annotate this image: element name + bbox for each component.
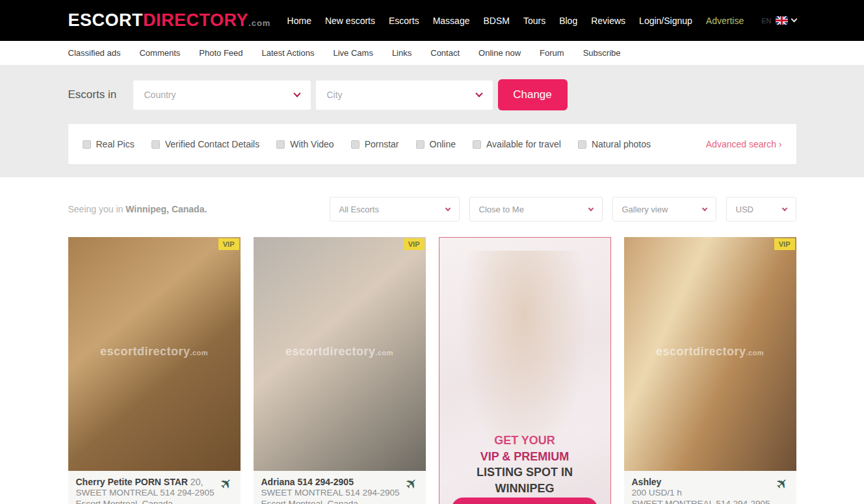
checkbox-icon[interactable] (83, 140, 91, 149)
ad-line: LISTING SPOT IN (439, 464, 610, 481)
seeing-prefix: Seeing you in (68, 204, 126, 214)
filter-label: Verified Contact Details (165, 139, 260, 149)
checkbox-icon[interactable] (351, 140, 360, 149)
checkbox-icon[interactable] (151, 140, 160, 149)
vip-badge: VIP (774, 238, 795, 250)
filter-verified-contact-details[interactable]: Verified Contact Details (151, 139, 260, 149)
uk-flag-icon (776, 16, 788, 25)
subnav-links[interactable]: Links (392, 48, 412, 58)
escort-card-grid: escortdirectory.com VIP Cherry Petite PO… (68, 237, 796, 504)
escort-type-select[interactable]: All Escorts (330, 197, 460, 221)
distance-sort-select[interactable]: Close to Me (469, 197, 603, 221)
photo-watermark: escortdirectory.com (624, 345, 796, 359)
listing-controls: Seeing you in Winnipeg, Canada. All Esco… (68, 197, 796, 221)
nav-home[interactable]: Home (287, 16, 311, 26)
vip-badge: VIP (218, 238, 239, 250)
escort-contact: SWEET MONTREAL 514 294-2905 (261, 488, 418, 499)
filter-real-pics[interactable]: Real Pics (83, 139, 135, 149)
escort-location: Escort Montreal, Canada (261, 499, 418, 504)
select-value: Gallery view (622, 205, 668, 214)
top-navigation: Home New escorts Escorts Massage BDSM To… (287, 16, 796, 26)
secondary-navigation: Classified ads Comments Photo Feed Lates… (0, 41, 864, 65)
escort-photo[interactable]: escortdirectory.com VIP (624, 237, 796, 471)
chevron-down-icon (588, 205, 593, 210)
ad-cta-button[interactable] (452, 498, 598, 504)
subnav-latest-actions[interactable]: Latest Actions (262, 48, 315, 58)
subnav-online-now[interactable]: Online now (478, 48, 521, 58)
escort-photo[interactable]: escortdirectory.com VIP (68, 237, 241, 471)
escort-contact: SWEET MONTREAL 514 294-2905 (76, 488, 233, 499)
vip-badge: VIP (404, 238, 425, 250)
nav-login-signup[interactable]: Login/Signup (639, 16, 692, 26)
chevron-down-icon (475, 90, 482, 97)
advanced-search-link[interactable]: Advanced search › (706, 139, 782, 149)
subnav-contact[interactable]: Contact (430, 48, 460, 58)
filter-label: Online (430, 139, 456, 149)
subnav-live-cams[interactable]: Live Cams (333, 48, 373, 58)
filter-natural-photos[interactable]: Natural photos (578, 139, 651, 149)
filter-label: Real Pics (96, 139, 135, 149)
chevron-down-icon (293, 90, 300, 97)
language-selector[interactable]: EN (761, 16, 796, 25)
nav-bdsm[interactable]: BDSM (483, 16, 509, 26)
nav-escorts[interactable]: Escorts (389, 16, 419, 26)
city-placeholder: City (327, 90, 343, 100)
filter-label: Available for travel (486, 139, 561, 149)
chevron-down-icon (445, 205, 450, 210)
nav-advertise[interactable]: Advertise (706, 16, 744, 26)
escort-location: Escort Montreal, Canada (76, 499, 233, 504)
header: ESCORTDIRECTORY.com Home New escorts Esc… (0, 0, 864, 41)
escort-card[interactable]: escortdirectory.com VIP Ashley 200 USD/1… (624, 237, 796, 504)
checkbox-icon[interactable] (473, 140, 481, 149)
subnav-comments[interactable]: Comments (139, 48, 180, 58)
seeing-location: Winnipeg, Canada. (125, 204, 207, 214)
filter-available-for-travel[interactable]: Available for travel (473, 139, 561, 149)
checkbox-icon[interactable] (416, 140, 425, 149)
select-value: All Escorts (339, 205, 379, 214)
filter-label: Natural photos (592, 139, 651, 149)
escort-photo[interactable]: escortdirectory.com VIP (254, 237, 426, 471)
vip-listing-ad-card[interactable]: GET YOUR VIP & PREMIUM LISTING SPOT IN W… (439, 237, 611, 504)
city-select[interactable]: City (316, 81, 493, 110)
country-placeholder: Country (144, 90, 176, 100)
escort-card[interactable]: escortdirectory.com VIP Adriana 514 294-… (254, 237, 426, 504)
escort-name: Adriana 514 294-2905 (261, 477, 418, 488)
subnav-classified-ads[interactable]: Classified ads (68, 48, 121, 58)
page: ESCORTDIRECTORY.com Home New escorts Esc… (0, 0, 864, 504)
checkbox-icon[interactable] (578, 140, 586, 149)
escort-card[interactable]: escortdirectory.com VIP Cherry Petite PO… (68, 237, 241, 504)
view-mode-select[interactable]: Gallery view (612, 197, 716, 221)
subnav-subscribe[interactable]: Subscribe (583, 48, 621, 58)
logo-part-directory: DIRECTORY (143, 10, 248, 30)
subnav-photo-feed[interactable]: Photo Feed (199, 48, 242, 58)
card-info: Ashley 200 USD/1 h SWEET MONTREAL 514 29… (624, 471, 796, 504)
nav-massage[interactable]: Massage (433, 16, 470, 26)
ad-line: WINNIPEG (439, 481, 610, 497)
language-code: EN (761, 17, 771, 25)
nav-reviews[interactable]: Reviews (591, 16, 625, 26)
filter-with-video[interactable]: With Video (276, 139, 334, 149)
chevron-down-icon (701, 205, 707, 210)
change-button[interactable]: Change (498, 79, 568, 110)
escort-name: Cherry Petite PORN STAR 20, (76, 477, 233, 488)
site-logo[interactable]: ESCORTDIRECTORY.com (68, 10, 271, 31)
search-band: Escorts in Country City Change Real Pics (0, 65, 864, 177)
currency-select[interactable]: USD (726, 197, 796, 221)
location-search-row: Escorts in Country City Change (68, 79, 796, 110)
seeing-you-in-text: Seeing you in Winnipeg, Canada. (68, 204, 207, 214)
country-select[interactable]: Country (133, 81, 311, 110)
subnav-forum[interactable]: Forum (540, 48, 564, 58)
nav-blog[interactable]: Blog (559, 16, 577, 26)
logo-part-com: .com (248, 18, 270, 28)
ad-line: VIP & PREMIUM (439, 449, 610, 465)
escort-name: Ashley (632, 477, 789, 488)
filter-online[interactable]: Online (416, 139, 456, 149)
card-info: Cherry Petite PORN STAR 20, SWEET MONTRE… (68, 471, 241, 504)
nav-tours[interactable]: Tours (523, 16, 545, 26)
filter-pornstar[interactable]: Pornstar (351, 139, 399, 149)
filter-bar: Real Pics Verified Contact Details With … (68, 124, 796, 164)
nav-new-escorts[interactable]: New escorts (325, 16, 375, 26)
select-value: Close to Me (479, 205, 524, 214)
chevron-down-icon (781, 205, 787, 210)
checkbox-icon[interactable] (276, 140, 285, 149)
